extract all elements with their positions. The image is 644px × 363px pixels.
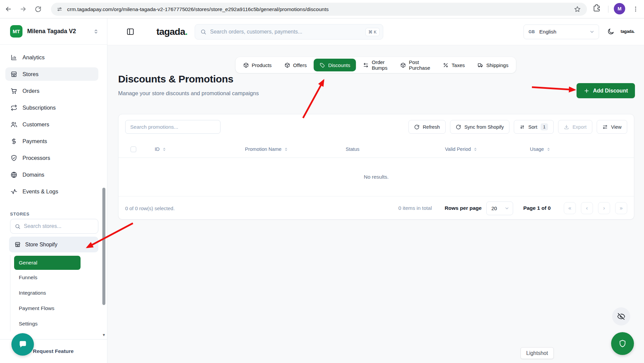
sync-from-shopify-button[interactable]: Sync from Shopify <box>450 120 510 134</box>
org-switcher[interactable]: MT Milena Tagada V2 <box>0 18 107 45</box>
search-shortcut-badge: ⌘ K <box>365 28 380 36</box>
rows-per-page-select[interactable]: 20 <box>486 201 513 215</box>
sort-label: Sort <box>528 124 537 130</box>
browser-reload-button[interactable] <box>32 3 44 15</box>
select-all-checkbox[interactable] <box>131 146 136 152</box>
sidebar-item-events-logs[interactable]: Events & Logs <box>5 185 98 198</box>
column-header-promotion-name[interactable]: Promotion Name <box>245 146 346 152</box>
sidebar-item-customers[interactable]: Customers <box>5 118 98 131</box>
store-submenu: General Funnels Integrations Payment Flo… <box>10 255 94 331</box>
browser-address-bar[interactable]: crm.tagadapay.com/org/milena-tagada-v2-1… <box>51 3 587 16</box>
browser-forward-button[interactable] <box>17 3 29 15</box>
tab-taxes[interactable]: Taxes <box>437 59 470 71</box>
main: tagada. Search orders, customers, paymen… <box>107 18 644 363</box>
promotions-card: Search promotions... Refresh Sync from S… <box>118 114 634 220</box>
site-info-icon[interactable] <box>57 6 62 12</box>
sidebar-nav: Analytics Stores Orders Subscriptions Cu… <box>0 51 107 198</box>
tab-discounts[interactable]: Discounts <box>314 59 356 71</box>
shield-icon <box>618 339 627 348</box>
browser-menu-icon[interactable] <box>632 5 639 13</box>
lightshot-badge[interactable]: Lightshot <box>521 347 554 359</box>
dark-mode-toggle[interactable] <box>607 28 614 35</box>
bookmark-star-icon[interactable] <box>574 6 581 13</box>
app: MT Milena Tagada V2 Analytics Stores Ord <box>0 18 644 363</box>
submenu-item-payment-flows[interactable]: Payment Flows <box>14 301 94 316</box>
column-header-valid-period[interactable]: Valid Period <box>445 146 530 152</box>
browser-back-button[interactable] <box>3 3 14 15</box>
promotions-search-input[interactable]: Search promotions... <box>125 120 220 134</box>
submenu-label: General <box>19 260 37 266</box>
sidebar-item-stores[interactable]: Stores <box>5 67 98 81</box>
browser-profile-avatar[interactable]: M <box>614 3 625 14</box>
store-search-input[interactable]: Search stores... <box>10 219 98 234</box>
sidebar-item-label: Analytics <box>22 54 45 61</box>
lightshot-label: Lightshot <box>526 350 548 356</box>
double-chevron-left-icon: « <box>568 205 572 211</box>
app-header: tagada. Search orders, customers, paymen… <box>107 18 644 45</box>
last-page-button[interactable]: » <box>615 202 627 214</box>
extensions-icon[interactable] <box>593 4 601 12</box>
download-icon <box>564 124 569 130</box>
sidebar-item-analytics[interactable]: Analytics <box>5 51 98 64</box>
profile-initial: M <box>617 6 622 11</box>
language-selector[interactable]: GB English <box>524 24 599 39</box>
logo-text: tagada <box>156 26 185 37</box>
tab-shippings[interactable]: Shippings <box>472 59 514 71</box>
chevron-right-icon: › <box>603 205 605 211</box>
chat-bubble-icon <box>18 340 28 350</box>
prev-page-button[interactable]: ‹ <box>581 202 593 214</box>
column-header-id[interactable]: ID <box>155 146 245 152</box>
column-header-usage[interactable]: Usage <box>530 146 634 152</box>
view-button[interactable]: View <box>597 120 627 134</box>
sidebar-item-orders[interactable]: Orders <box>5 84 98 98</box>
column-label: Usage <box>530 146 544 152</box>
sidebar-toggle-button[interactable] <box>126 27 135 36</box>
url-text[interactable]: crm.tagadapay.com/org/milena-tagada-v2-1… <box>67 6 329 12</box>
chevron-down-icon <box>504 206 509 211</box>
submenu-item-integrations[interactable]: Integrations <box>14 285 94 301</box>
security-fab-button[interactable] <box>611 332 634 355</box>
table-header-row: ID Promotion Name Status Valid Period <box>118 144 634 158</box>
refresh-label: Refresh <box>423 124 440 130</box>
sidebar-item-processors[interactable]: Processors <box>5 151 98 165</box>
next-page-button[interactable]: › <box>598 202 610 214</box>
tab-offers[interactable]: Offers <box>279 59 312 71</box>
sidebar-item-domains[interactable]: Domains <box>5 168 98 181</box>
scrollbar-down-arrow-icon[interactable]: ▼ <box>102 333 106 337</box>
hide-annotations-button[interactable] <box>612 307 630 325</box>
tab-label: Offers <box>293 62 307 68</box>
tab-label: Taxes <box>452 62 465 68</box>
column-label: Valid Period <box>445 146 471 152</box>
tab-products[interactable]: Products <box>237 59 277 71</box>
sliders-icon <box>602 124 608 130</box>
request-feature-label: Request Feature <box>33 348 73 354</box>
chevron-left-icon: ‹ <box>586 205 588 211</box>
language-name: English <box>539 29 589 35</box>
export-button[interactable]: Export <box>558 120 592 134</box>
chat-widget-button[interactable] <box>11 333 34 356</box>
add-discount-button[interactable]: Add Discount <box>577 83 635 98</box>
items-total-text: 0 items in total <box>398 205 432 211</box>
sidebar-store-shopify[interactable]: Store Shopify <box>9 237 98 252</box>
rows-per-page-value: 20 <box>491 205 504 211</box>
double-chevron-right-icon: » <box>620 205 623 211</box>
refresh-icon <box>456 124 461 130</box>
tab-post-purchase[interactable]: Post Purchase <box>394 59 436 71</box>
sidebar-item-payments[interactable]: Payments <box>5 134 98 148</box>
submenu-item-general[interactable]: General <box>14 256 81 270</box>
column-header-status[interactable]: Status <box>346 146 445 152</box>
submenu-item-settings[interactable]: Settings <box>14 316 94 331</box>
package-icon <box>400 62 406 68</box>
refresh-button[interactable]: Refresh <box>408 120 446 134</box>
submenu-label: Integrations <box>19 290 46 296</box>
submenu-item-funnels[interactable]: Funnels <box>14 270 94 285</box>
page-title: Discounts & Promotions <box>118 73 233 85</box>
global-search-input[interactable]: Search orders, customers, payments... ⌘ … <box>195 24 383 40</box>
sidebar-scrollbar[interactable] <box>102 188 105 305</box>
sidebar-item-subscriptions[interactable]: Subscriptions <box>5 101 98 114</box>
first-page-button[interactable]: « <box>564 202 576 214</box>
toolbar-buttons: Refresh Sync from Shopify Sort 1 <box>408 120 627 134</box>
sort-button[interactable]: Sort 1 <box>514 120 554 134</box>
tab-order-bumps[interactable]: Order Bumps <box>357 59 393 71</box>
app-logo[interactable]: tagada. <box>156 26 187 37</box>
